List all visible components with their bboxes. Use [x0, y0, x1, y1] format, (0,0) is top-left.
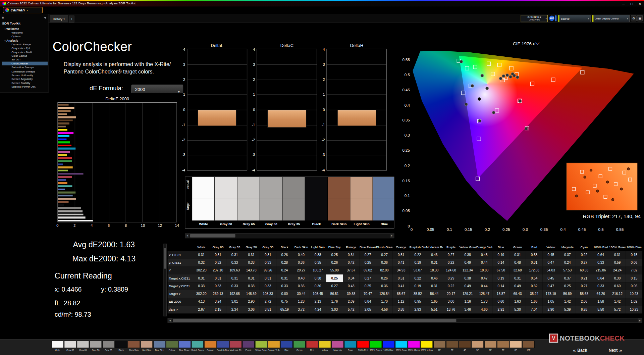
axis-tick-label: 0.5 [405, 72, 410, 77]
table-cell: 7.02 [626, 267, 642, 274]
next-button[interactable]: Next » [609, 347, 622, 353]
table-cell: 172.83 [526, 267, 543, 274]
axis-tick-label: 0.1 [405, 194, 410, 198]
sidebar-item-spectral-power-dist-[interactable]: Spectral Power Dist. [2, 85, 48, 88]
de-bar-yellow-green [58, 170, 68, 171]
scroll-left-icon[interactable]: ◂ [168, 318, 172, 322]
scrollbar-thumb[interactable] [164, 248, 166, 269]
back-button[interactable]: « Back [573, 347, 587, 353]
table-cell: 0.00 [276, 290, 293, 298]
swatch-target [350, 199, 373, 221]
axis-tick-label: 0 [408, 224, 410, 228]
table-cell: 2.06 [576, 298, 593, 306]
de-bar-blue [58, 163, 63, 165]
maximize-button[interactable]: ☐ [629, 2, 634, 6]
calman-logo-text: calman [11, 8, 25, 12]
sidebar-item-screen-angularity[interactable]: Screen Angularity [2, 77, 48, 81]
swatch-label: Light Skin [350, 221, 373, 228]
tree-expander-icon[interactable]: ▾ [4, 28, 5, 30]
sidebar-item-grayscale-2pt[interactable]: Grayscale - 2pt [2, 46, 48, 50]
table-vertical-scrollbar[interactable] [163, 244, 167, 316]
swatch-target [282, 199, 305, 221]
workflow-eye-icon[interactable]: ◉ [2, 16, 4, 19]
swatch-scrollbar[interactable]: ◂ ▸ [185, 234, 394, 239]
table-cell: 0.27 [576, 259, 593, 266]
scroll-left-icon[interactable]: ◂ [185, 234, 189, 238]
patch-yellow-green: Yellow Green [255, 341, 267, 351]
axis-tick-label: 3 [323, 62, 325, 66]
sidebar-item-colorchecker[interactable]: ColorChecker [2, 61, 48, 65]
sidebar-item-screen-uniformity[interactable]: Screen Uniformity [2, 73, 48, 77]
column-header: Red [526, 244, 543, 251]
table-cell: 0.41 [393, 282, 410, 290]
source-selector[interactable]: Source ▾ [558, 15, 591, 22]
patch-label: Yellow [319, 349, 331, 351]
table-cell: 5.30 [509, 306, 526, 313]
axis-tick-label: -1 [252, 123, 255, 127]
tab-history-1[interactable]: History 1 [50, 15, 68, 22]
patch-color [204, 341, 217, 348]
axis-tick-label: 0.45 [578, 227, 586, 232]
close-button[interactable]: ✕ [637, 2, 642, 6]
axis-tick-label: -2 [252, 138, 255, 142]
sidebar-item-dynamic-range[interactable]: Dynamic Range [2, 42, 48, 46]
table-cell: 0.31 [276, 274, 293, 282]
sidebar-section-welcome[interactable]: ▾Welcome [2, 27, 48, 31]
sidebar-item-welcome[interactable]: Welcome [2, 31, 48, 34]
meter-selector[interactable]: X-Rite i1Pro 2 Direct View ▾ [521, 15, 548, 22]
gridline [257, 155, 317, 155]
sidebar-item-color-gamut[interactable]: Color Gamut [2, 54, 48, 57]
axis-tick-label: 0.35 [402, 118, 410, 122]
scrollbar-thumb[interactable] [190, 234, 235, 238]
table-cell: 0.37 [559, 251, 576, 259]
highlighted-cell: 0.25 [326, 274, 343, 282]
display-control-selector[interactable]: Direct Display Control ▾ [592, 15, 630, 22]
display-control-label: Direct Display Control [595, 17, 619, 19]
patch-8e: 8E [510, 341, 522, 351]
swatch-label: White [192, 221, 215, 228]
patch-blue: Blue [280, 341, 293, 351]
measurement-marker [518, 99, 522, 103]
display-window-button[interactable]: ▣ [637, 15, 643, 21]
de-bar-100-yellow [58, 129, 67, 131]
patch-color [306, 341, 318, 348]
meter-name: X-Rite i1Pro 2 [528, 16, 541, 18]
patch-color [357, 341, 369, 348]
axis-tick-label: 0.15 [465, 227, 472, 232]
tree-expander-icon[interactable]: ▾ [4, 39, 5, 42]
table-cell: 0.31 [243, 274, 260, 282]
table-horizontal-scrollbar[interactable]: ◂ ▸ [168, 318, 643, 323]
axis-tick-label: 4 [183, 47, 185, 51]
patch-2e: 2E [433, 341, 446, 351]
axis-tick-label: 2 [323, 78, 325, 82]
table-cell: 100.27 [310, 267, 326, 274]
table-cell: 0.32 [193, 259, 210, 266]
scroll-right-icon[interactable]: ▸ [638, 318, 642, 322]
sidebar-item-screen-stability[interactable]: Screen Stability [2, 81, 48, 85]
de-bar-6e [58, 113, 67, 115]
target-marker [551, 78, 555, 82]
sidebar-item-3d-lut[interactable]: 3D LUT [2, 58, 48, 61]
scrollbar-thumb[interactable] [173, 319, 457, 322]
sidebar-item-luminance-sweeps[interactable]: Luminance Sweeps [2, 69, 48, 73]
sidebar-collapse-icon[interactable]: ◀ [44, 16, 46, 19]
calman-logo-menu[interactable]: calman ▾ [3, 7, 43, 13]
table-cell: 0.31 [210, 274, 226, 282]
sidebar-item-options[interactable]: Options [2, 35, 48, 38]
table-cell: 0.25 [559, 282, 576, 290]
gridline [187, 95, 247, 95]
add-tab-button[interactable]: + [69, 16, 74, 23]
table-cell: 1.65 [426, 298, 443, 306]
table-cell: 239.13 [210, 290, 226, 298]
settings-gear-button[interactable]: ⚙ [631, 15, 637, 21]
sidebar-item-saturation-sweeps[interactable]: Saturation Sweeps [2, 65, 48, 69]
measurement-marker [478, 119, 481, 122]
table-cell: 122.34 [459, 267, 476, 274]
scroll-right-icon[interactable]: ▸ [390, 234, 394, 238]
sidebar-section-analysis[interactable]: ▾Analysis [2, 38, 48, 42]
sidebar-item-grayscale-multi[interactable]: Grayscale - Multi [2, 50, 48, 54]
table-cell: 70.47 [360, 290, 376, 298]
axis-tick-label: 0.55 [402, 57, 410, 62]
minimize-button[interactable]: ─ [621, 2, 626, 6]
de-formula-dropdown[interactable]: 2000 ▼ [131, 85, 183, 93]
